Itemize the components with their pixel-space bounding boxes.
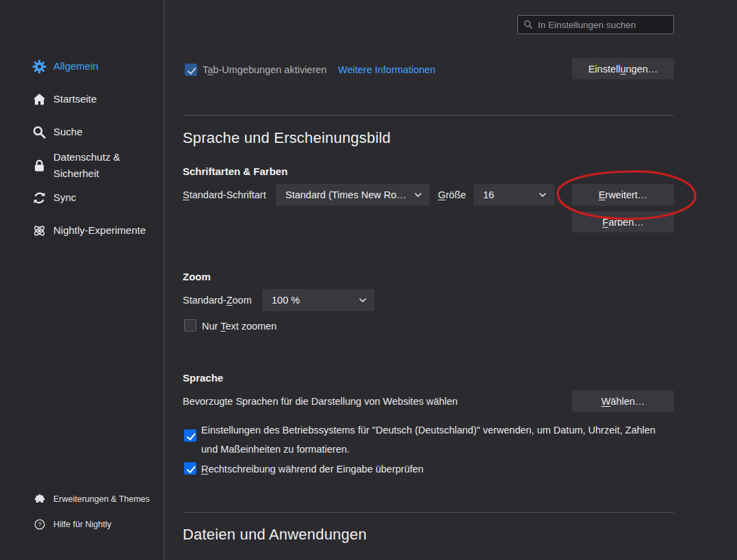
size-label: Größe — [438, 189, 466, 200]
os-locale-label[interactable]: Einstellungen des Betriebssystems für "D… — [201, 421, 669, 459]
help-icon: ? — [34, 519, 45, 530]
sidebar-item-suche[interactable]: Suche — [0, 124, 164, 140]
sidebar-item-label: Datenschutz & Sicherheit — [53, 149, 139, 182]
weitere-informationen-link[interactable]: Weitere Informationen — [338, 64, 435, 76]
spellcheck-label[interactable]: Rechtschreibung während der Eingabe über… — [201, 463, 424, 475]
text-only-zoom-checkbox[interactable] — [184, 319, 196, 332]
language-heading: Sprache — [183, 372, 223, 384]
chevron-down-icon — [415, 193, 422, 198]
spellcheck-checkbox[interactable] — [184, 462, 196, 475]
lock-icon — [32, 159, 47, 173]
sidebar-item-label: Hilfe für Nightly — [53, 520, 112, 529]
gear-icon — [32, 59, 47, 74]
search-icon — [32, 125, 47, 139]
sidebar-item-label: Sync — [53, 189, 76, 206]
font-size-value: 16 — [483, 189, 494, 200]
sidebar-item-allgemein[interactable]: Allgemein — [0, 58, 164, 75]
zoom-heading: Zoom — [183, 271, 211, 282]
sidebar-item-datenschutz-sicherheit[interactable]: Datenschutz & Sicherheit — [0, 149, 164, 182]
sidebar-item-erweiterungen-themes[interactable]: Erweiterungen & Themes — [0, 492, 164, 506]
firefox-settings-page: { "colors": { "accent_blue": "#45a1ff", … — [0, 0, 737, 560]
settings-search[interactable] — [517, 15, 674, 34]
default-zoom-select[interactable]: 100 % — [262, 289, 374, 311]
home-icon — [32, 92, 47, 107]
puzzle-icon — [34, 494, 45, 505]
language-appearance-heading: Sprache und Erscheinungsbild — [183, 129, 391, 147]
default-zoom-value: 100 % — [272, 295, 300, 306]
default-font-select[interactable]: Standard (Times New Ro… — [276, 184, 430, 206]
tab-umgebungen-label[interactable]: Tab-Umgebungen aktivieren — [203, 64, 326, 76]
sidebar-item-label: Startseite — [53, 91, 96, 107]
preferred-languages-description: Bevorzugte Sprachen für die Darstellung … — [183, 396, 458, 407]
font-size-select[interactable]: 16 — [474, 184, 554, 206]
settings-sidebar: Allgemein Startseite Suche Datenschutz & — [0, 0, 164, 560]
einstellungen-button[interactable]: Einstellungen… — [572, 58, 674, 79]
sidebar-item-label: Nightly-Experimente — [53, 222, 146, 239]
sync-icon — [32, 191, 47, 205]
default-zoom-label: Standard-Zoom — [183, 295, 252, 306]
chevron-down-icon — [359, 298, 366, 303]
chevron-down-icon — [539, 193, 546, 198]
farben-button[interactable]: Farben… — [572, 211, 674, 232]
sidebar-item-label: Allgemein — [53, 58, 99, 75]
tab-umgebungen-checkbox[interactable] — [185, 64, 197, 76]
sidebar-item-label: Erweiterungen & Themes — [53, 494, 150, 504]
atom-icon — [32, 224, 47, 238]
fonts-colors-heading: Schriftarten & Farben — [183, 165, 287, 177]
text-only-zoom-label[interactable]: Nur Text zoomen — [202, 320, 276, 332]
section-divider — [183, 115, 674, 116]
sidebar-item-label: Suche — [53, 124, 83, 140]
waehlen-button[interactable]: Wählen… — [572, 390, 674, 412]
default-font-value: Standard (Times New Ro… — [285, 189, 406, 200]
search-input[interactable] — [538, 20, 668, 30]
sidebar-item-hilfe[interactable]: ? Hilfe für Nightly — [0, 518, 164, 531]
section-divider — [183, 512, 674, 513]
sidebar-item-startseite[interactable]: Startseite — [0, 91, 164, 107]
erweitert-button[interactable]: Erweitert… — [572, 184, 674, 206]
svg-text:?: ? — [38, 520, 41, 528]
sidebar-item-sync[interactable]: Sync — [0, 189, 164, 206]
files-applications-heading: Dateien und Anwendungen — [183, 526, 367, 544]
os-locale-checkbox[interactable] — [184, 429, 196, 442]
search-icon — [523, 20, 533, 29]
sidebar-item-nightly-experimente[interactable]: Nightly-Experimente — [0, 222, 164, 239]
default-font-label: Standard-Schriftart — [183, 189, 266, 200]
